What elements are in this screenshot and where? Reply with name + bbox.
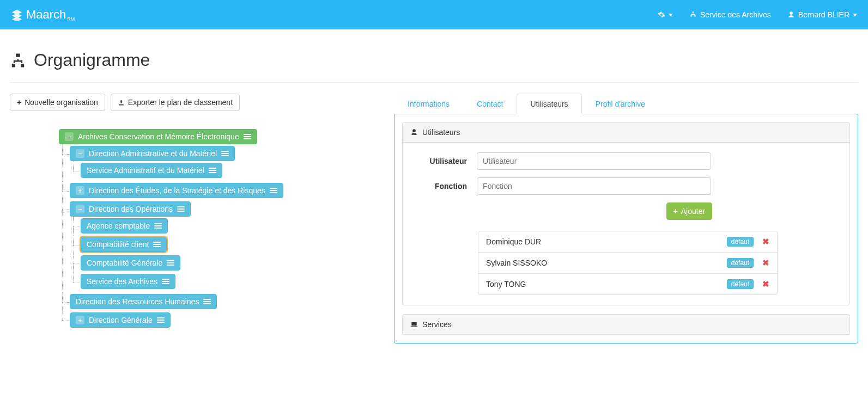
menu-icon[interactable] xyxy=(153,242,161,247)
tree-node-root[interactable]: − Archives Conservation et Mémoire Élect… xyxy=(59,129,257,144)
menu-icon[interactable] xyxy=(209,168,216,173)
menu-icon[interactable] xyxy=(203,299,211,304)
org-tree: − Archives Conservation et Mémoire Élect… xyxy=(10,127,383,331)
user-label: Bernard BLIER xyxy=(798,10,849,19)
user-name: Sylvain SISSOKO xyxy=(486,259,547,267)
remove-button[interactable]: ✖ xyxy=(762,279,769,289)
tree-node-label: Service Administratif et du Matériel xyxy=(87,166,204,175)
tree-node[interactable]: Comptabilité Générale xyxy=(81,255,180,271)
remove-button[interactable]: ✖ xyxy=(762,258,769,268)
logo-icon xyxy=(11,9,23,21)
sitemap-icon xyxy=(689,11,697,19)
function-field-label: Fonction xyxy=(412,182,467,191)
tree-node-label: Direction des Études, de la Stratégie et… xyxy=(89,186,265,195)
tree-node-label: Comptabilité Générale xyxy=(87,259,162,267)
add-button[interactable]: + Ajouter xyxy=(666,202,713,220)
list-item: Dominique DUR défaut ✖ xyxy=(478,231,777,252)
user-icon xyxy=(787,11,795,19)
separator xyxy=(10,82,858,83)
default-badge[interactable]: défaut xyxy=(727,237,754,247)
user-name: Dominique DUR xyxy=(486,237,541,246)
users-panel: Utilisateurs Utilisateur Fonction xyxy=(402,122,850,305)
user-field-label: Utilisateur xyxy=(412,157,467,165)
tree-node-label: Agence comptable xyxy=(87,222,150,230)
service-menu[interactable]: Service des Archives xyxy=(689,10,771,19)
tab-content: Utilisateurs Utilisateur Fonction xyxy=(394,114,858,343)
tree-node-label: Direction des Ressources Humaines xyxy=(76,297,199,306)
tab-informations[interactable]: Informations xyxy=(394,94,463,114)
tree-node[interactable]: Agence comptable xyxy=(81,218,168,234)
page-title-text: Organigramme xyxy=(34,50,150,70)
menu-icon[interactable] xyxy=(157,317,165,323)
users-list: Dominique DUR défaut ✖ Sylvain SISSOKO d… xyxy=(478,231,778,295)
default-badge[interactable]: défaut xyxy=(727,258,754,268)
export-plan-label: Exporter le plan de classement xyxy=(128,98,233,107)
collapse-icon[interactable]: − xyxy=(76,205,84,213)
navbar: Maarch RM Service des Archives Bernard B… xyxy=(0,0,868,29)
tree-node-label: Direction des Opérations xyxy=(89,205,173,213)
tree-node-label: Comptabilité client xyxy=(87,240,149,249)
menu-icon[interactable] xyxy=(154,223,162,229)
tree-node-label: Service des Archives xyxy=(87,277,157,286)
detail-tabs: Informations Contact Utilisateurs Profil… xyxy=(394,94,858,114)
menu-icon[interactable] xyxy=(167,260,174,266)
tree-node[interactable]: − Direction Administrative et du Matérie… xyxy=(70,146,235,161)
user-name: Tony TONG xyxy=(486,280,526,288)
plus-icon: + xyxy=(673,207,678,216)
user-icon xyxy=(410,128,418,136)
list-item: Tony TONG défaut ✖ xyxy=(478,273,777,294)
export-plan-button[interactable]: Exporter le plan de classement xyxy=(111,94,240,111)
tab-utilisateurs[interactable]: Utilisateurs xyxy=(517,94,581,114)
menu-icon[interactable] xyxy=(177,206,185,212)
menu-icon[interactable] xyxy=(270,188,277,193)
brand-text: Maarch xyxy=(26,8,66,22)
laptop-icon xyxy=(410,321,418,328)
expand-icon[interactable]: + xyxy=(76,186,84,195)
page-title: Organigramme xyxy=(10,50,858,70)
brand[interactable]: Maarch RM xyxy=(11,8,77,22)
services-panel-heading[interactable]: Services xyxy=(403,315,849,335)
menu-icon[interactable] xyxy=(244,134,251,139)
users-panel-title: Utilisateurs xyxy=(422,128,460,137)
tree-node-label: Direction Administrative et du Matériel xyxy=(89,149,217,158)
tree-node-label: Direction Générale xyxy=(89,316,153,324)
new-org-label: Nouvelle organisation xyxy=(25,98,98,107)
tree-node[interactable]: Service des Archives xyxy=(81,274,175,289)
plus-icon: + xyxy=(17,98,21,107)
tree-node[interactable]: Service Administratif et du Matériel xyxy=(81,163,222,178)
collapse-icon[interactable]: − xyxy=(76,149,84,158)
services-panel: Services xyxy=(402,314,850,335)
gear-icon xyxy=(658,11,665,19)
expand-icon[interactable]: + xyxy=(76,316,84,324)
users-panel-heading: Utilisateurs xyxy=(403,122,849,143)
new-org-button[interactable]: + Nouvelle organisation xyxy=(10,94,105,111)
tree-node-label: Archives Conservation et Mémoire Électro… xyxy=(78,132,239,141)
menu-icon[interactable] xyxy=(221,151,229,156)
tree-node[interactable]: − Direction des Opérations xyxy=(70,201,191,217)
settings-menu[interactable] xyxy=(658,11,673,19)
user-menu[interactable]: Bernard BLIER xyxy=(787,10,857,19)
tab-contact[interactable]: Contact xyxy=(463,94,517,114)
user-input[interactable] xyxy=(477,152,711,170)
caret-down-icon xyxy=(669,14,673,16)
remove-button[interactable]: ✖ xyxy=(762,237,769,247)
list-item: Sylvain SISSOKO défaut ✖ xyxy=(478,252,777,273)
function-input[interactable] xyxy=(477,177,711,195)
brand-sub: RM xyxy=(67,16,75,22)
service-label: Service des Archives xyxy=(700,10,771,19)
tree-node[interactable]: + Direction Générale xyxy=(70,312,171,328)
tree-node[interactable]: + Direction des Études, de la Stratégie … xyxy=(70,183,283,198)
toolbar: + Nouvelle organisation Exporter le plan… xyxy=(10,94,383,111)
tree-node[interactable]: Direction des Ressources Humaines xyxy=(70,294,217,309)
services-panel-title: Services xyxy=(422,320,452,329)
tab-profil[interactable]: Profil d'archive xyxy=(582,94,659,114)
collapse-icon[interactable]: − xyxy=(65,132,74,141)
caret-down-icon xyxy=(853,14,857,16)
sitemap-icon xyxy=(10,52,26,69)
upload-icon xyxy=(118,99,125,106)
tree-node-selected[interactable]: Comptabilité client xyxy=(81,237,167,252)
add-button-label: Ajouter xyxy=(681,207,705,216)
menu-icon[interactable] xyxy=(162,279,169,284)
default-badge[interactable]: défaut xyxy=(727,279,754,289)
